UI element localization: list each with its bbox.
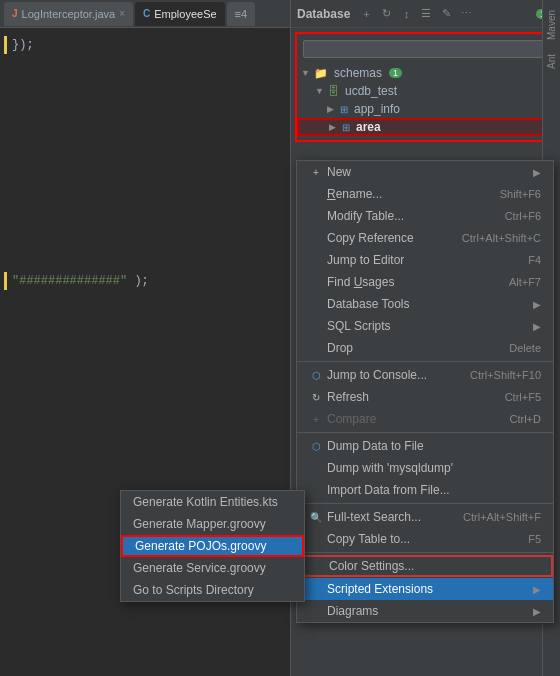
menu-item-diagrams[interactable]: Diagrams ▶ [297,600,553,622]
sub-menu-label-service: Generate Service.groovy [133,561,266,575]
editor-content: }); "##############" ); [0,28,290,298]
sub-menu-gen-pojos[interactable]: Generate POJOs.groovy [121,535,304,557]
menu-label-color-settings: Color Settings... [329,559,539,573]
menu-label-compare: Compare [327,412,510,426]
chevron-area: ▶ [329,122,339,132]
maven-tab[interactable]: Maven [544,4,559,46]
chevron-ucdb: ▼ [315,86,325,96]
arrow-scripted: ▶ [533,584,541,595]
close-java-icon[interactable]: × [119,8,125,19]
tab-overflow[interactable]: ≡4 [227,2,256,26]
tab-employee[interactable]: C EmployeeSe [135,2,225,26]
menu-label-copy-reference: Copy Reference [327,231,462,245]
jump-editor-icon [309,253,323,267]
menu-item-dump-data[interactable]: ⬡ Dump Data to File [297,435,553,457]
menu-item-modify[interactable]: Modify Table... Ctrl+F6 [297,205,553,227]
menu-label-fulltext: Full-text Search... [327,510,463,524]
menu-item-find-usages[interactable]: Find Usages Alt+F7 [297,271,553,293]
tree-label-schemas: schemas [334,66,382,80]
db-more-icon[interactable]: ⋯ [458,6,474,22]
shortcut-fulltext: Ctrl+Alt+Shift+F [463,511,541,523]
diagrams-icon [309,604,323,618]
menu-item-rename[interactable]: Rename... Shift+F6 [297,183,553,205]
arrow-sql-scripts: ▶ [533,321,541,332]
ant-tab[interactable]: Ant [544,48,559,75]
import-icon [309,483,323,497]
menu-label-drop: Drop [327,341,509,355]
sub-menu-label-mapper: Generate Mapper.groovy [133,517,266,531]
tree-item-schemas[interactable]: ▼ 📁 schemas 1 [297,64,554,82]
copy-table-icon [309,532,323,546]
menu-item-drop[interactable]: Drop Delete [297,337,553,359]
menu-label-jump-console: Jump to Console... [327,368,470,382]
db-filter-icon[interactable]: ☰ [418,6,434,22]
menu-label-dump-data: Dump Data to File [327,439,541,453]
sub-menu-gen-kotlin[interactable]: Generate Kotlin Entities.kts [121,491,304,513]
tree-item-area[interactable]: ▶ ⊞ area [297,118,554,136]
yellow-marker-2 [4,272,7,290]
menu-item-copy-table[interactable]: Copy Table to... F5 [297,528,553,550]
tree-label-ucdb: ucdb_test [345,84,397,98]
tree-search [297,38,554,60]
tree-item-ucdb[interactable]: ▼ 🗄 ucdb_test [297,82,554,100]
shortcut-rename: Shift+F6 [500,188,541,200]
db-add-icon[interactable]: + [358,6,374,22]
menu-label-new: New [327,165,533,179]
table-icon-appinfo: ⊞ [340,104,348,115]
sub-menu-label-scripts: Go to Scripts Directory [133,583,254,597]
jump-console-icon: ⬡ [309,368,323,382]
menu-item-refresh[interactable]: ↻ Refresh Ctrl+F5 [297,386,553,408]
menu-label-refresh: Refresh [327,390,505,404]
tab-java[interactable]: J LogInterceptor.java × [4,2,133,26]
find-usages-icon [309,275,323,289]
separator-1 [297,361,553,362]
code-line-1: }); [4,36,286,54]
compare-icon: + [309,412,323,426]
shortcut-copy-reference: Ctrl+Alt+Shift+C [462,232,541,244]
code-text-3: ); [127,272,149,290]
menu-item-color-settings[interactable]: Color Settings... [297,555,553,577]
context-menu: + New ▶ Rename... Shift+F6 Modify Table.… [296,160,554,623]
tab-overflow-label: ≡4 [235,8,248,20]
arrow-new: ▶ [533,167,541,178]
tab-java-label: LogInterceptor.java [22,8,116,20]
new-icon: + [309,165,323,179]
arrow-db-tools: ▶ [533,299,541,310]
schemas-badge: 1 [389,68,402,78]
code-line-3: "##############" ); [4,272,286,290]
sub-menu-go-scripts[interactable]: Go to Scripts Directory [121,579,304,601]
fulltext-icon: 🔍 [309,510,323,524]
menu-item-db-tools[interactable]: Database Tools ▶ [297,293,553,315]
menu-label-dump-mysql: Dump with 'mysqldump' [327,461,541,475]
menu-item-jump-console[interactable]: ⬡ Jump to Console... Ctrl+Shift+F10 [297,364,553,386]
db-edit-icon[interactable]: ✎ [438,6,454,22]
tree-item-appinfo[interactable]: ▶ ⊞ app_info [297,100,554,118]
db-sort-icon[interactable]: ↕ [398,6,414,22]
menu-label-modify: Modify Table... [327,209,505,223]
tree-area: ▼ 📁 schemas 1 ▼ 🗄 ucdb_test ▶ ⊞ app_info… [295,32,556,142]
sub-menu-gen-service[interactable]: Generate Service.groovy [121,557,304,579]
menu-label-sql-scripts: SQL Scripts [327,319,533,333]
db-toolbar: Database + ↻ ↕ ☰ ✎ ⋯ 12 [291,0,560,28]
menu-label-find-usages: Find Usages [327,275,509,289]
menu-item-jump-editor[interactable]: Jump to Editor F4 [297,249,553,271]
sub-menu-gen-mapper[interactable]: Generate Mapper.groovy [121,513,304,535]
tree-search-input[interactable] [303,40,548,58]
java-icon: J [12,8,18,19]
db-refresh-icon[interactable]: ↻ [378,6,394,22]
sub-menu-label-pojos: Generate POJOs.groovy [135,539,266,553]
folder-icon-schemas: 📁 [314,67,328,80]
menu-item-scripted[interactable]: Scripted Extensions ▶ [297,578,553,600]
menu-item-dump-mysql[interactable]: Dump with 'mysqldump' [297,457,553,479]
menu-item-sql-scripts[interactable]: SQL Scripts ▶ [297,315,553,337]
menu-item-fulltext[interactable]: 🔍 Full-text Search... Ctrl+Alt+Shift+F [297,506,553,528]
ant-label: Ant [546,54,557,69]
menu-item-import-data[interactable]: Import Data from File... [297,479,553,501]
menu-item-new[interactable]: + New ▶ [297,161,553,183]
maven-label: Maven [546,10,557,40]
shortcut-modify: Ctrl+F6 [505,210,541,222]
arrow-diagrams: ▶ [533,606,541,617]
table-icon-area: ⊞ [342,122,350,133]
shortcut-find-usages: Alt+F7 [509,276,541,288]
menu-item-copy-reference[interactable]: Copy Reference Ctrl+Alt+Shift+C [297,227,553,249]
